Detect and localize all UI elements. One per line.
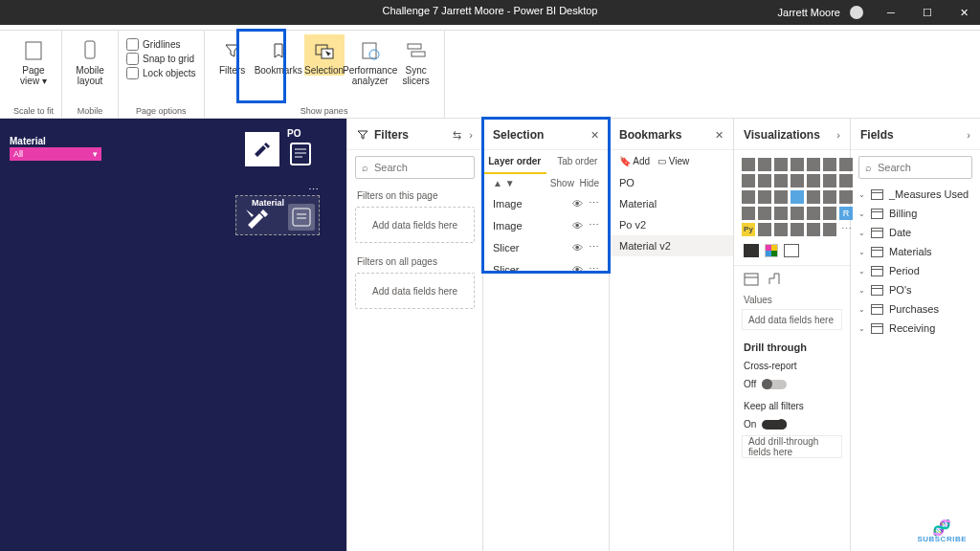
collapse-viz-icon[interactable]: › bbox=[836, 129, 840, 141]
view-bookmark-button[interactable]: ▭ View bbox=[657, 156, 689, 166]
bookmark-item[interactable]: Material v2 bbox=[610, 235, 733, 256]
fields-well-icon[interactable] bbox=[744, 272, 759, 287]
fields-search[interactable]: ⌕ bbox=[858, 156, 972, 179]
gridlines-check[interactable]: Gridlines bbox=[126, 38, 196, 51]
viz-type-icon[interactable] bbox=[791, 158, 804, 171]
filters-all-drop[interactable]: Add data fields here bbox=[355, 273, 475, 309]
viz-type-icon[interactable]: Py bbox=[742, 223, 755, 236]
field-table[interactable]: ⌄Billing bbox=[851, 204, 980, 223]
po-icon-visual[interactable] bbox=[285, 138, 316, 168]
viz-type-icon[interactable] bbox=[807, 190, 820, 204]
viz-type-icon[interactable] bbox=[758, 223, 771, 236]
add-bookmark-button[interactable]: 🔖 Add bbox=[619, 156, 650, 166]
field-table[interactable]: ⌄_Measures Used bbox=[851, 185, 980, 204]
fields-tab-icon[interactable] bbox=[744, 244, 759, 257]
viz-type-icon[interactable] bbox=[774, 158, 788, 171]
sync-slicers-button[interactable]: Sync slicers bbox=[396, 34, 436, 86]
viz-type-icon[interactable] bbox=[774, 174, 788, 187]
viz-type-icon[interactable] bbox=[742, 190, 755, 204]
field-table[interactable]: ⌄Date bbox=[851, 223, 980, 242]
values-drop[interactable]: Add data fields here bbox=[742, 309, 842, 330]
expand-icon[interactable]: ⇆ bbox=[453, 129, 461, 142]
format-well-icon[interactable] bbox=[767, 272, 782, 287]
viz-type-icon[interactable] bbox=[774, 223, 788, 236]
bookmarks-button[interactable]: Bookmarks bbox=[258, 34, 299, 76]
page-view-button[interactable]: Page view ▾ bbox=[13, 34, 54, 86]
snap-check[interactable]: Snap to grid bbox=[126, 53, 196, 65]
close-bookmarks-icon[interactable]: ✕ bbox=[715, 129, 724, 142]
search-icon: ⌕ bbox=[362, 162, 368, 173]
format-tab-icon[interactable] bbox=[765, 244, 778, 257]
viz-type-icon[interactable] bbox=[791, 190, 804, 204]
viz-type-icon[interactable] bbox=[807, 207, 820, 220]
viz-type-icon[interactable] bbox=[823, 190, 836, 204]
viz-type-icon[interactable] bbox=[791, 207, 804, 220]
collapse-icon[interactable]: › bbox=[469, 129, 473, 142]
viz-type-icon[interactable] bbox=[758, 190, 771, 204]
cross-report-toggle[interactable]: Off bbox=[734, 375, 850, 393]
filters-button[interactable]: Filters bbox=[212, 34, 253, 76]
selection-item[interactable]: Image👁⋯ bbox=[483, 192, 609, 214]
lock-check[interactable]: Lock objects bbox=[126, 67, 196, 79]
close-selection-icon[interactable]: ✕ bbox=[590, 129, 599, 142]
maximize-button[interactable]: ☐ bbox=[911, 0, 944, 25]
avatar[interactable] bbox=[850, 6, 863, 19]
viz-type-icon[interactable] bbox=[823, 223, 836, 236]
viz-type-icon[interactable] bbox=[791, 223, 804, 236]
selection-item[interactable]: Slicer👁⋯ bbox=[483, 258, 609, 280]
eye-icon[interactable]: 👁 bbox=[572, 242, 583, 253]
field-table[interactable]: ⌄Materials bbox=[851, 242, 980, 261]
viz-type-icon[interactable] bbox=[742, 207, 755, 220]
filters-search[interactable]: ⌕ bbox=[355, 156, 475, 179]
viz-type-icon[interactable] bbox=[758, 158, 771, 171]
viz-type-icon[interactable] bbox=[823, 158, 836, 171]
viz-type-icon[interactable] bbox=[839, 190, 853, 204]
bookmark-item[interactable]: Po v2 bbox=[610, 214, 733, 235]
viz-type-icon[interactable] bbox=[791, 174, 804, 187]
analytics-tab-icon[interactable] bbox=[784, 244, 799, 257]
close-button[interactable]: ✕ bbox=[947, 0, 980, 25]
slicer-value[interactable]: All▾ bbox=[10, 147, 101, 161]
viz-type-icon[interactable] bbox=[807, 174, 820, 187]
keep-filters-toggle[interactable]: On bbox=[734, 415, 850, 433]
bookmark-item[interactable]: PO bbox=[610, 172, 733, 193]
field-table[interactable]: ⌄Period bbox=[851, 261, 980, 280]
viz-type-icon[interactable] bbox=[823, 207, 836, 220]
drillthrough-drop[interactable]: Add drill-through fields here bbox=[742, 435, 842, 458]
viz-type-icon[interactable] bbox=[758, 174, 771, 187]
viz-type-icon[interactable] bbox=[839, 158, 853, 171]
layer-order-tab[interactable]: Layer order bbox=[483, 150, 546, 174]
tab-order-tab[interactable]: Tab order bbox=[546, 150, 610, 174]
minimize-button[interactable]: ─ bbox=[875, 0, 907, 25]
selection-item[interactable]: Image👁⋯ bbox=[483, 214, 609, 236]
viz-type-icon[interactable] bbox=[774, 190, 788, 204]
viz-type-icon[interactable] bbox=[839, 174, 853, 187]
field-table[interactable]: ⌄PO's bbox=[851, 280, 980, 299]
selected-visual-group[interactable]: Material bbox=[235, 195, 320, 235]
report-canvas[interactable]: Material All▾ PO ⋯ Material bbox=[0, 119, 346, 551]
mobile-layout-button[interactable]: Mobile layout bbox=[70, 34, 110, 86]
eye-icon[interactable]: 👁 bbox=[572, 264, 583, 276]
field-table[interactable]: ⌄Receiving bbox=[851, 319, 980, 338]
filters-page-drop[interactable]: Add data fields here bbox=[355, 207, 475, 243]
viz-type-icon[interactable]: R bbox=[839, 207, 853, 220]
viz-type-icon[interactable] bbox=[807, 158, 820, 171]
collapse-fields-icon[interactable]: › bbox=[967, 129, 970, 141]
viz-type-icon[interactable] bbox=[758, 207, 771, 220]
viz-type-icon[interactable]: ⋯ bbox=[839, 223, 853, 236]
bookmark-item[interactable]: Material bbox=[610, 193, 733, 214]
viz-type-icon[interactable] bbox=[807, 223, 820, 236]
selection-button[interactable]: Selection bbox=[304, 34, 345, 76]
move-down-icon[interactable]: ▼ bbox=[505, 178, 515, 188]
viz-type-icon[interactable] bbox=[742, 174, 755, 187]
viz-type-icon[interactable] bbox=[742, 158, 755, 171]
selection-item[interactable]: Slicer👁⋯ bbox=[483, 236, 609, 258]
eye-icon[interactable]: 👁 bbox=[572, 198, 583, 209]
viz-type-icon[interactable] bbox=[774, 207, 788, 220]
material-icon-visual[interactable] bbox=[245, 132, 279, 166]
eye-icon[interactable]: 👁 bbox=[572, 220, 583, 231]
performance-analyzer-button[interactable]: Performance analyzer bbox=[350, 34, 390, 86]
field-table[interactable]: ⌄Purchases bbox=[851, 299, 980, 319]
viz-type-icon[interactable] bbox=[823, 174, 836, 187]
move-up-icon[interactable]: ▲ bbox=[493, 178, 502, 188]
